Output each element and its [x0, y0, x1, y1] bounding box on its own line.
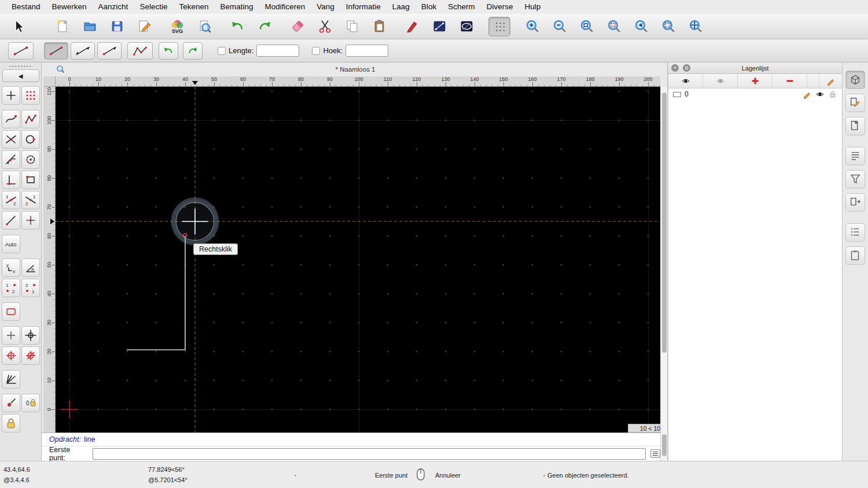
length-input[interactable] — [256, 45, 299, 57]
menu-item[interactable]: Bemating — [214, 0, 259, 14]
scrollbar-thumb[interactable] — [662, 434, 667, 456]
snap-intersection-button[interactable] — [2, 130, 20, 149]
copy-button[interactable] — [341, 17, 363, 36]
snap-perpendicular-button[interactable] — [2, 171, 20, 189]
menu-item[interactable]: Vang — [311, 0, 340, 14]
crosshair-button[interactable] — [21, 326, 40, 345]
menu-item[interactable]: Tekenen — [173, 0, 214, 14]
layer-visibility-eye-icon[interactable] — [815, 90, 825, 99]
print-preview-button[interactable] — [193, 17, 215, 36]
dock-library-browser-button[interactable] — [845, 193, 865, 212]
edit-drawing-button[interactable] — [133, 17, 155, 36]
grid-toggle-button[interactable] — [488, 17, 510, 36]
line-both-directions-button[interactable] — [71, 42, 95, 60]
coordinate-cartesian-button[interactable]: yx — [2, 258, 20, 277]
cut-button[interactable] — [314, 17, 336, 36]
dock-layer-list-button[interactable] — [845, 94, 865, 112]
scrollbar-thumb[interactable] — [662, 93, 667, 353]
menu-item[interactable]: Selectie — [134, 0, 173, 14]
auto-zoom-button[interactable] — [576, 17, 598, 36]
length-checkbox[interactable] — [218, 47, 226, 55]
coordinate-polar-button[interactable]: a — [21, 258, 40, 277]
ellipse-tool-button[interactable] — [455, 17, 477, 36]
zero-lock-button[interactable]: 0 — [21, 394, 40, 412]
canvas-vertical-scrollbar[interactable] — [660, 87, 667, 432]
menu-item[interactable]: Modificeren — [259, 0, 311, 14]
menu-item[interactable]: Blok — [415, 0, 442, 14]
relative-zero-plus-button[interactable] — [2, 326, 20, 345]
redo-button[interactable] — [253, 17, 275, 36]
add-layer-button[interactable] — [738, 74, 773, 88]
menu-item[interactable]: Aanzicht — [93, 0, 134, 14]
new-file-button[interactable] — [52, 17, 73, 36]
float-panel-icon[interactable] — [683, 64, 690, 72]
drawing-canvas[interactable]: Rechtsklik — [56, 87, 660, 432]
zoom-selection-button[interactable] — [603, 17, 625, 36]
block-edit-button[interactable] — [428, 17, 450, 36]
dock-property-editor-button[interactable] — [845, 71, 865, 89]
pan-zoom-button[interactable] — [685, 17, 707, 36]
line-segment-button[interactable] — [44, 42, 68, 60]
point-order-21-button[interactable]: 21 — [21, 279, 40, 297]
angle-input[interactable] — [345, 45, 388, 57]
menu-item[interactable]: Diverse — [481, 0, 519, 14]
snap-auto-mode-button[interactable]: Auto — [2, 235, 20, 253]
protractor-button[interactable] — [2, 370, 20, 389]
hide-all-layers-button[interactable] — [703, 74, 738, 88]
angle-checkbox[interactable] — [312, 47, 320, 55]
menu-item[interactable]: Laag — [387, 0, 415, 14]
target-cross-diagonal-button[interactable] — [21, 346, 40, 365]
show-all-layers-button[interactable] — [668, 74, 703, 88]
menu-item[interactable]: Informatie — [340, 0, 387, 14]
erase-button[interactable] — [286, 17, 308, 36]
svg-export-button[interactable]: SVG — [166, 17, 188, 36]
ray-button[interactable] — [97, 42, 122, 60]
snap-ref-1-button[interactable]: 12 — [2, 191, 20, 209]
menu-item[interactable]: Hulp — [518, 0, 546, 14]
collapse-palette-button[interactable]: ◀ — [2, 69, 39, 82]
dock-selection-filter-button[interactable] — [845, 170, 865, 188]
menu-item[interactable]: Bewerken — [46, 0, 93, 14]
restrict-crosshair-button[interactable] — [21, 211, 40, 230]
snap-reference-button[interactable] — [21, 171, 40, 189]
undo-segment-button[interactable] — [159, 42, 178, 60]
paste-button[interactable] — [368, 17, 390, 36]
lock-button[interactable] — [2, 414, 20, 432]
current-tool-line-button[interactable] — [8, 42, 34, 60]
close-panel-icon[interactable]: × — [671, 64, 679, 72]
dock-clipboard-panel-button[interactable] — [845, 246, 865, 265]
snap-free-button[interactable] — [2, 110, 20, 128]
restrict-box-button[interactable] — [2, 302, 20, 321]
snap-entity-end-button[interactable] — [21, 130, 40, 149]
command-options-button[interactable] — [650, 449, 660, 458]
save-button[interactable] — [106, 17, 128, 36]
zoom-in-button[interactable] — [521, 17, 543, 36]
open-file-button[interactable] — [79, 17, 101, 36]
target-cross-button[interactable] — [2, 346, 20, 365]
dock-view-list-button[interactable] — [845, 147, 865, 165]
palette-drag-handle[interactable] — [9, 65, 33, 68]
menu-item[interactable]: Bestand — [6, 0, 46, 14]
undo-button[interactable] — [226, 17, 248, 36]
previous-view-button[interactable] — [630, 17, 652, 36]
point-order-12-button[interactable]: 12 — [2, 279, 20, 297]
snap-auto-button[interactable] — [2, 86, 20, 105]
snap-grid-button[interactable] — [21, 86, 40, 105]
command-history[interactable]: Opdracht: line — [42, 432, 660, 446]
command-input[interactable] — [93, 448, 646, 460]
snap-ref-2-button[interactable]: 21 — [21, 191, 40, 209]
zoom-out-button[interactable] — [549, 17, 571, 36]
dock-command-line-button[interactable] — [845, 223, 865, 242]
polyline-button[interactable] — [127, 42, 153, 60]
layer-row[interactable]: 0 — [668, 88, 842, 100]
snap-lock-button[interactable] — [2, 394, 20, 412]
zoom-window-button[interactable] — [657, 17, 679, 36]
pen-button[interactable] — [401, 17, 423, 36]
restrict-diagonal-button[interactable] — [2, 211, 20, 230]
snap-center-button[interactable] — [21, 150, 40, 169]
pointer-tool-button[interactable] — [7, 17, 29, 36]
menu-item[interactable]: Scherm — [442, 0, 481, 14]
edit-layer-button[interactable] — [819, 74, 842, 88]
layer-edit-pencil-icon[interactable] — [803, 90, 812, 99]
snap-tangent-button[interactable] — [2, 150, 20, 169]
